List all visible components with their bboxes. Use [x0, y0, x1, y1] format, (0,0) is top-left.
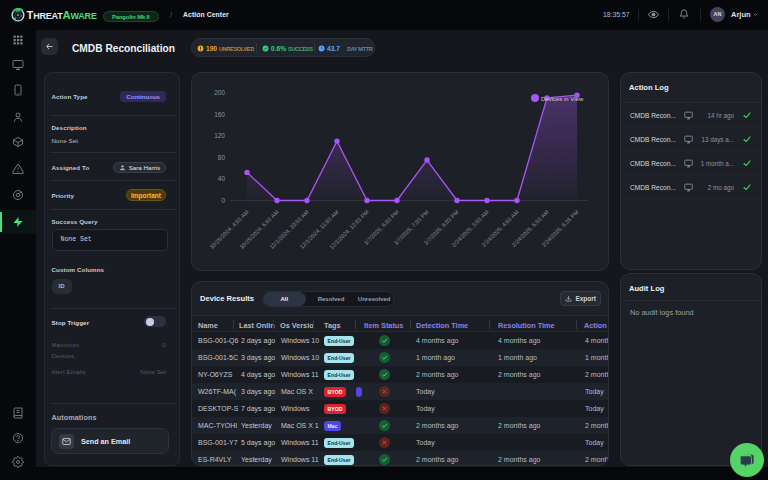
svg-text:Devices in View: Devices in View	[541, 96, 584, 102]
svg-text:80: 80	[218, 154, 226, 161]
svg-text:200: 200	[214, 89, 225, 96]
svg-text:160: 160	[214, 111, 225, 118]
svg-text:40: 40	[218, 175, 226, 182]
svg-text:120: 120	[214, 132, 225, 139]
svg-text:0: 0	[221, 197, 225, 204]
